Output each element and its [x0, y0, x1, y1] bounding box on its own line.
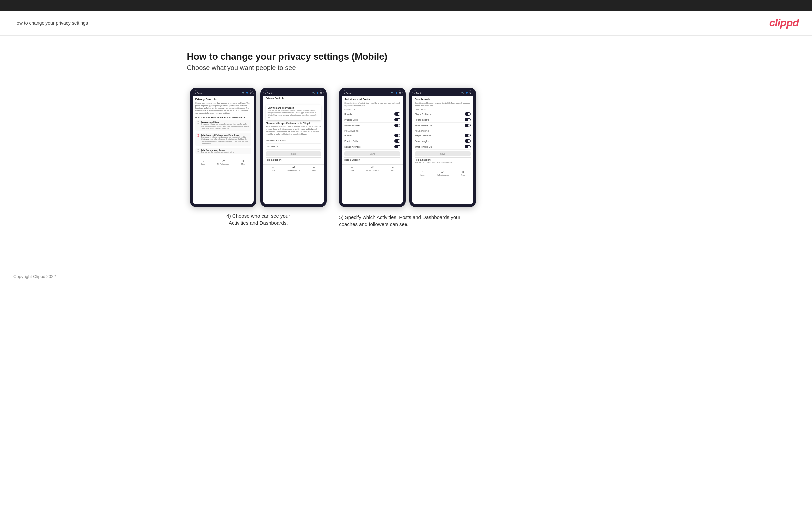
toggle-round-insights-coach[interactable]: Round Insights	[415, 117, 471, 123]
save-btn-3[interactable]: Save	[344, 151, 400, 156]
user-icon[interactable]: 👤	[246, 92, 249, 94]
search-icon[interactable]: 🔍	[242, 92, 245, 94]
save-btn-2[interactable]: Save	[266, 151, 321, 156]
menu-icon-3[interactable]: ⚙	[399, 92, 401, 94]
menu-icon-nav-4: ≡	[462, 171, 464, 174]
page-title: How to change your privacy settings (Mob…	[187, 51, 625, 62]
toggle-drills-coach-switch[interactable]	[394, 118, 400, 121]
nav-home-4[interactable]: ⌂ Home	[412, 171, 433, 176]
screen1-nav: < Back 🔍 👤 ⚙	[193, 90, 254, 96]
copyright: Copyright Clippd 2022	[13, 274, 56, 279]
toggle-player-dash-follower-switch[interactable]	[465, 134, 471, 137]
nav-menu-1[interactable]: ≡ Menu	[233, 160, 253, 165]
search-icon-3[interactable]: 🔍	[391, 92, 394, 94]
nav-home-label-1: Home	[201, 163, 205, 165]
radio-coach-only[interactable]	[197, 149, 199, 152]
toggle-rounds-coach-switch[interactable]	[394, 112, 400, 116]
menu-dashboards[interactable]: Dashboards ›	[266, 144, 321, 150]
toggle-drills-follower[interactable]: Practice Drills	[344, 138, 400, 144]
screen4-mockup: < Back 🔍 👤 ⚙ Dashboards Select the dashb…	[409, 88, 476, 207]
round-insights-label-coach: Round Insights	[415, 119, 429, 121]
breadcrumb: How to change your privacy settings	[13, 20, 88, 25]
toggle-player-dash-coach[interactable]: Player Dashboard	[415, 111, 471, 117]
player-dash-label-coach: Player Dashboard	[415, 113, 432, 115]
menu-icon-2[interactable]: ⚙	[320, 92, 322, 94]
screen1-icons: 🔍 👤 ⚙	[242, 92, 252, 94]
nav-performance-4[interactable]: ☍ My Performance	[433, 171, 453, 176]
nav-menu-3[interactable]: ≡ Menu	[383, 166, 403, 171]
menu-icon[interactable]: ⚙	[250, 92, 252, 94]
toggle-work-on-follower-switch[interactable]	[465, 145, 471, 148]
footer: Copyright Clippd 2022	[0, 268, 812, 286]
screen4-back[interactable]: < Back	[414, 92, 421, 94]
screen3-bottom-nav: ⌂ Home ☍ My Performance ≡ Menu	[342, 164, 403, 173]
screen4-icons: 🔍 👤 ⚙	[461, 92, 471, 94]
screen1-mockup: < Back 🔍 👤 ⚙ Privacy Controls Control ho…	[190, 88, 256, 207]
screen4-title: Dashboards	[415, 98, 471, 101]
toggle-manual-follower-switch[interactable]	[394, 145, 400, 148]
screen3-title: Activities and Posts	[344, 98, 400, 101]
toggle-round-insights-follower[interactable]: Round Insights	[415, 138, 471, 144]
followers-label-4: FOLLOWERS	[415, 130, 471, 132]
option-everyone[interactable]: Everyone on Clippd Everyone on Clippd ca…	[195, 120, 251, 131]
toggle-player-dash-follower[interactable]: Player Dashboard	[415, 133, 471, 138]
toggle-work-on-follower[interactable]: What To Work On	[415, 144, 471, 150]
toggle-round-insights-follower-switch[interactable]	[465, 139, 471, 143]
screen4-nav: < Back 🔍 👤 ⚙	[412, 90, 473, 96]
toggle-drills-follower-switch[interactable]	[394, 139, 400, 143]
menu-icon-nav-3: ≡	[392, 166, 394, 169]
screen2-bottom-nav: ⌂ Home ☍ My Performance ≡ Menu	[263, 164, 324, 173]
toggle-round-insights-coach-switch[interactable]	[465, 118, 471, 121]
toggle-player-dash-coach-switch[interactable]	[465, 112, 471, 116]
drills-label-follower: Practice Drills	[344, 140, 358, 143]
toggle-rounds-follower[interactable]: Rounds	[344, 133, 400, 138]
screen1: < Back 🔍 👤 ⚙ Privacy Controls Control ho…	[193, 90, 254, 205]
screen2-back[interactable]: < Back	[265, 92, 272, 94]
show-hide-desc: Regardless of the privacy controls that …	[266, 125, 321, 136]
toggle-rounds-coach[interactable]: Rounds	[344, 111, 400, 117]
screen1-title: Privacy Controls	[195, 98, 251, 101]
screen1-back[interactable]: < Back	[195, 92, 202, 94]
save-btn-4[interactable]: Save	[415, 151, 471, 156]
caption2-text: 5) Specify which Activities, Posts and D…	[339, 214, 460, 227]
toggle-manual-follower[interactable]: Manual Activities	[344, 144, 400, 150]
option-coach-only[interactable]: Only You and Your Coach Only you and the…	[195, 148, 251, 155]
nav-menu-2[interactable]: ≡ Menu	[304, 166, 324, 171]
screen2-icons: 🔍 👤 ⚙	[312, 92, 322, 94]
nav-home-label-2: Home	[271, 169, 275, 171]
nav-performance-1[interactable]: ☍ My Performance	[213, 160, 233, 165]
nav-performance-2[interactable]: ☍ My Performance	[283, 166, 304, 171]
user-icon-4[interactable]: 👤	[465, 92, 468, 94]
screen1-body: Control how you and your data appears to…	[195, 102, 251, 114]
screen1-bottom-nav: ⌂ Home ☍ My Performance ≡ Menu	[193, 158, 254, 166]
toggle-work-on-coach[interactable]: What To Work On	[415, 123, 471, 128]
toggle-drills-coach[interactable]: Practice Drills	[344, 117, 400, 123]
help-desc-4: Visit our Clippd community to troublesho…	[415, 161, 471, 164]
help-section-4: Help & Support Visit our Clippd communit…	[415, 157, 471, 167]
radio-approved[interactable]	[197, 134, 199, 137]
nav-performance-label-4: My Performance	[437, 174, 449, 176]
toggle-manual-coach-switch[interactable]	[394, 124, 400, 127]
coaches-label-4: COACHES	[415, 109, 471, 111]
nav-home-3[interactable]: ⌂ Home	[342, 166, 362, 171]
option-approved[interactable]: Only Approved Followers and Your Coach O…	[195, 133, 251, 146]
toggle-manual-coach[interactable]: Manual Activities	[344, 123, 400, 128]
search-icon-2[interactable]: 🔍	[312, 92, 315, 94]
nav-home-2[interactable]: ⌂ Home	[263, 166, 283, 171]
nav-home-1[interactable]: ⌂ Home	[193, 160, 213, 165]
screen2: < Back 🔍 👤 ⚙ Privacy Controls	[263, 90, 324, 205]
screen3-back[interactable]: < Back	[344, 92, 351, 94]
privacy-tab: Privacy Controls	[263, 96, 324, 101]
nav-menu-label-2: Menu	[312, 169, 316, 171]
radio-everyone[interactable]	[197, 121, 199, 124]
menu-activities[interactable]: Activities and Posts ›	[266, 138, 321, 144]
nav-menu-4[interactable]: ≡ Menu	[453, 171, 473, 176]
user-icon-2[interactable]: 👤	[316, 92, 319, 94]
search-icon-4[interactable]: 🔍	[461, 92, 464, 94]
nav-performance-3[interactable]: ☍ My Performance	[362, 166, 383, 171]
toggle-work-on-coach-switch[interactable]	[465, 124, 471, 127]
user-icon-3[interactable]: 👤	[395, 92, 398, 94]
menu-icon-4[interactable]: ⚙	[469, 92, 471, 94]
header: How to change your privacy settings clip…	[0, 11, 812, 36]
toggle-rounds-follower-switch[interactable]	[394, 134, 400, 137]
